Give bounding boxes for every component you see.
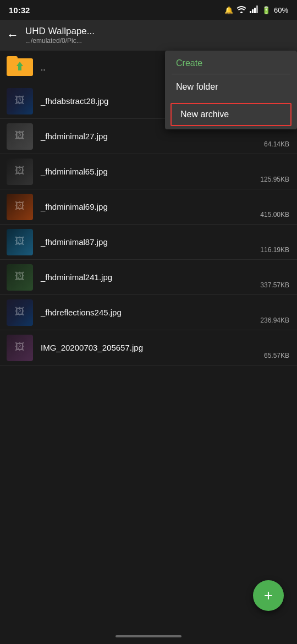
file-name: _fhdabstract28.jpg <box>41 96 108 106</box>
status-icons: 🔔 🔋 60% <box>224 6 288 15</box>
folder-icon <box>7 54 33 80</box>
file-thumbnail: 🖼 <box>7 123 33 150</box>
file-item[interactable]: 🖼_fhdreflections245.jpg236.94KB <box>0 295 297 330</box>
svg-text:🖼: 🖼 <box>15 236 25 247</box>
new-archive-button[interactable]: New archive <box>170 103 292 126</box>
dropdown-menu: Create New folder New archive <box>165 51 297 129</box>
file-name: _fhdminimal69.jpg <box>41 202 108 211</box>
file-thumbnail: 🖼 <box>7 194 33 220</box>
file-item[interactable]: 🖼_fhdminimal69.jpg415.00KB <box>0 189 297 225</box>
battery-percent: 60% <box>274 6 288 14</box>
file-name: _fhdminimal241.jpg <box>41 272 112 282</box>
wifi-icon <box>237 6 246 15</box>
alarm-icon: 🔔 <box>224 6 233 14</box>
svg-text:🖼: 🖼 <box>15 200 25 211</box>
svg-rect-3 <box>254 8 256 13</box>
battery-icon: 🔋 <box>262 6 271 14</box>
file-info: _fhdminimal27.jpg <box>41 132 290 141</box>
file-name: _fhdminimal65.jpg <box>41 167 108 176</box>
svg-point-0 <box>240 12 243 13</box>
svg-text:🖼: 🖼 <box>15 341 25 352</box>
main-title-text: UHD Wallpape... <box>25 26 290 37</box>
file-name: _fhdminimal27.jpg <box>41 132 108 141</box>
back-button[interactable]: ← <box>7 28 19 42</box>
svg-text:🖼: 🖼 <box>15 306 25 317</box>
svg-text:🖼: 🖼 <box>15 130 25 141</box>
svg-rect-1 <box>250 11 251 13</box>
file-info: _fhdreflections245.jpg <box>41 308 290 318</box>
file-size: 116.19KB <box>260 246 289 254</box>
file-size: 125.95KB <box>260 176 289 183</box>
fab-button[interactable]: + <box>253 580 284 611</box>
signal-icon <box>250 6 258 15</box>
file-size: 65.57KB <box>264 352 289 359</box>
svg-rect-2 <box>252 9 254 13</box>
fab-plus-icon: + <box>264 588 273 603</box>
svg-text:🖼: 🖼 <box>15 95 25 106</box>
dropdown-title: Create <box>165 51 297 74</box>
svg-rect-6 <box>7 56 18 62</box>
new-folder-button[interactable]: New folder <box>165 74 297 100</box>
file-size: 415.00KB <box>260 211 289 219</box>
file-name: IMG_20200703_205657.jpg <box>41 343 143 352</box>
file-info: _fhdminimal65.jpg <box>41 167 290 177</box>
file-size: 64.14KB <box>264 140 289 148</box>
status-bar: 10:32 🔔 🔋 60% <box>0 0 297 20</box>
file-thumbnail: 🖼 <box>7 299 33 326</box>
status-time: 10:32 <box>9 6 30 15</box>
file-thumbnail: 🖼 <box>7 229 33 255</box>
file-item[interactable]: 🖼_fhdminimal87.jpg116.19KB <box>0 225 297 260</box>
file-name: _fhdreflections245.jpg <box>41 308 122 317</box>
sub-title-text: .../emulated/0/Pic... <box>25 37 290 45</box>
file-thumbnail: 🖼 <box>7 159 33 185</box>
file-size: 337.57KB <box>260 281 289 289</box>
toolbar-title: UHD Wallpape... .../emulated/0/Pic... <box>25 26 290 45</box>
home-indicator <box>116 635 182 637</box>
file-thumbnail: 🖼 <box>7 264 33 291</box>
file-name: _fhdminimal87.jpg <box>41 237 108 247</box>
svg-text:🖼: 🖼 <box>15 165 25 176</box>
toolbar: ← UHD Wallpape... .../emulated/0/Pic... <box>0 20 297 51</box>
file-info: _fhdminimal87.jpg <box>41 237 290 247</box>
file-item[interactable]: 🖼_fhdminimal65.jpg125.95KB <box>0 154 297 189</box>
file-item[interactable]: 🖼IMG_20200703_205657.jpg65.57KB <box>0 330 297 365</box>
svg-rect-4 <box>256 6 258 13</box>
file-info: _fhdminimal69.jpg <box>41 202 290 212</box>
parent-folder-label: .. <box>41 63 45 72</box>
file-thumbnail: 🖼 <box>7 335 33 361</box>
file-item[interactable]: 🖼_fhdminimal241.jpg337.57KB <box>0 260 297 295</box>
file-thumbnail: 🖼 <box>7 88 33 114</box>
svg-text:🖼: 🖼 <box>15 271 25 282</box>
file-info: IMG_20200703_205657.jpg <box>41 343 290 353</box>
file-size: 236.94KB <box>260 316 289 324</box>
file-info: _fhdminimal241.jpg <box>41 272 290 282</box>
